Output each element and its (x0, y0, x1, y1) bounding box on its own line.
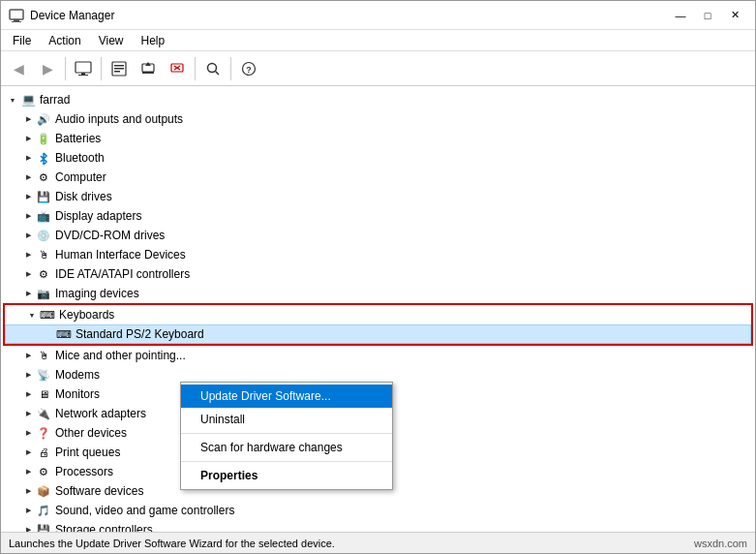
tree-item-computer[interactable]: Computer (1, 168, 755, 187)
svg-rect-4 (81, 73, 85, 75)
monitors-label: Monitors (55, 387, 100, 401)
ide-expand-icon (20, 266, 36, 282)
sound-expand-icon (20, 503, 36, 518)
svg-rect-3 (76, 62, 91, 73)
sound-label: Sound, video and game controllers (55, 504, 234, 517)
print-icon (36, 445, 51, 460)
tree-item-display[interactable]: Display adapters (1, 206, 755, 226)
toolbar-sep-2 (101, 57, 102, 80)
status-text: Launches the Update Driver Software Wiza… (9, 538, 335, 549)
audio-expand-icon (20, 111, 36, 127)
tree-item-sound[interactable]: Sound, video and game controllers (1, 501, 755, 520)
scan-button[interactable] (199, 55, 227, 82)
processors-icon (36, 464, 51, 479)
modems-label: Modems (55, 368, 100, 382)
context-menu-scan[interactable]: Scan for hardware changes (181, 436, 392, 459)
processors-expand-icon (20, 464, 36, 479)
menu-bar: File Action View Help (1, 30, 755, 51)
back-button[interactable] (5, 55, 32, 82)
other-icon (36, 425, 51, 441)
svg-rect-2 (12, 21, 21, 22)
menu-help[interactable]: Help (134, 32, 173, 49)
svg-rect-8 (114, 68, 124, 70)
tree-item-disk[interactable]: Disk drives (1, 187, 755, 206)
monitors-expand-icon (20, 386, 36, 402)
svg-point-16 (208, 63, 217, 72)
context-menu-properties[interactable]: Properties (181, 464, 392, 487)
tree-root[interactable]: farrad (1, 90, 755, 109)
properties-button[interactable] (106, 55, 133, 82)
storage-expand-icon (20, 522, 36, 532)
tree-item-mice[interactable]: Mice and other pointing... (1, 346, 755, 365)
context-menu-uninstall[interactable]: Uninstall (181, 408, 392, 431)
storage-icon (36, 522, 51, 532)
svg-text:?: ? (246, 65, 252, 75)
context-menu-update-driver[interactable]: Update Driver Software... (181, 385, 392, 408)
hid-expand-icon (20, 247, 36, 262)
batteries-icon (36, 131, 51, 146)
computer-icon (36, 169, 51, 185)
menu-action[interactable]: Action (41, 32, 88, 49)
computer-button[interactable] (70, 55, 97, 82)
bluetooth-expand-icon (20, 150, 36, 166)
disk-expand-icon (20, 189, 36, 204)
svg-rect-12 (142, 72, 154, 74)
tree-item-batteries[interactable]: Batteries (1, 129, 755, 148)
hid-label: Human Interface Devices (55, 248, 186, 262)
context-menu-sep-1 (181, 433, 392, 434)
close-button[interactable]: ✕ (722, 6, 747, 25)
back-icon (14, 61, 24, 77)
main-content: farrad Audio inputs and outputs Batterie… (1, 86, 755, 532)
root-expand-icon (5, 92, 20, 108)
tree-item-ide[interactable]: IDE ATA/ATAPI controllers (1, 264, 755, 284)
maximize-button[interactable]: □ (695, 6, 720, 25)
toolbar-sep-3 (195, 57, 196, 80)
update-driver-button[interactable] (135, 55, 162, 82)
tree-item-bluetooth[interactable]: Bluetooth (1, 148, 755, 168)
modems-icon (36, 367, 51, 383)
tree-item-hid[interactable]: Human Interface Devices (1, 245, 755, 264)
menu-file[interactable]: File (5, 32, 39, 49)
imaging-label: Imaging devices (55, 287, 139, 300)
dvd-expand-icon (20, 228, 36, 243)
toolbar-sep-4 (230, 57, 231, 80)
svg-rect-7 (114, 65, 124, 67)
keyboards-expand-icon (24, 307, 40, 323)
disk-label: Disk drives (55, 190, 112, 203)
sound-icon (36, 503, 51, 518)
monitors-icon (36, 386, 51, 402)
bluetooth-icon (36, 150, 51, 166)
title-bar-left: Device Manager (9, 8, 114, 23)
software-expand-icon (20, 483, 36, 499)
context-menu-sep-2 (181, 461, 392, 462)
ide-icon (36, 266, 51, 282)
uninstall-button[interactable] (164, 55, 191, 82)
disk-icon (36, 189, 51, 204)
audio-label: Audio inputs and outputs (55, 112, 183, 126)
tree-item-std-keyboard[interactable]: Standard PS/2 Keyboard (5, 324, 751, 344)
display-icon (36, 208, 51, 224)
mice-label: Mice and other pointing... (55, 349, 186, 362)
storage-label: Storage controllers (55, 523, 153, 532)
forward-icon (43, 61, 53, 77)
context-menu: Update Driver Software... Uninstall Scan… (180, 382, 393, 490)
processors-label: Processors (55, 465, 113, 478)
keyboards-icon (40, 307, 55, 323)
tree-item-imaging[interactable]: Imaging devices (1, 284, 755, 303)
forward-button[interactable] (34, 55, 61, 82)
svg-line-17 (216, 71, 220, 75)
tree-item-keyboards[interactable]: Keyboards (5, 305, 751, 324)
display-expand-icon (20, 208, 36, 224)
root-label: farrad (40, 93, 70, 107)
tree-item-storage[interactable]: Storage controllers (1, 520, 755, 532)
audio-icon (36, 111, 51, 127)
keyboards-group: Keyboards Standard PS/2 Keyboard (3, 303, 753, 346)
hid-icon (36, 247, 51, 262)
menu-view[interactable]: View (91, 32, 132, 49)
help-button[interactable]: ? (235, 55, 262, 82)
bluetooth-label: Bluetooth (55, 151, 105, 165)
tree-item-audio[interactable]: Audio inputs and outputs (1, 109, 755, 129)
batteries-expand-icon (20, 131, 36, 146)
minimize-button[interactable]: — (668, 6, 693, 25)
tree-item-dvd[interactable]: DVD/CD-ROM drives (1, 226, 755, 245)
